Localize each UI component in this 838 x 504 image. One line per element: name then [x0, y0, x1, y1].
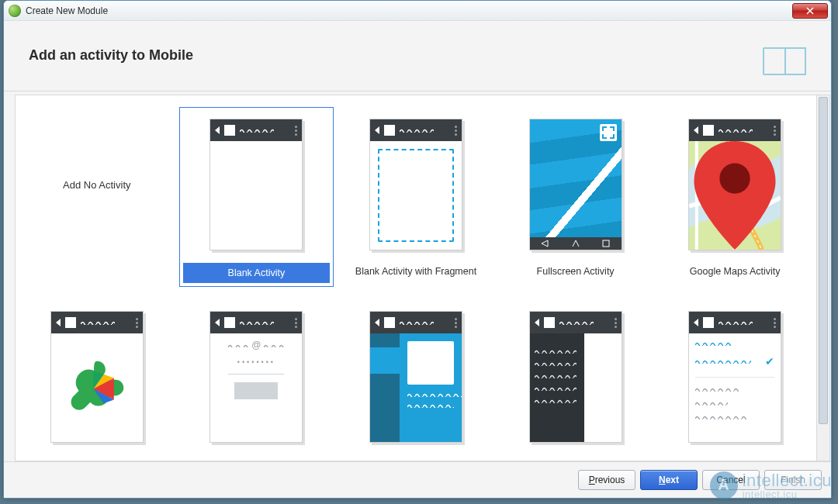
svg-rect-12 [559, 320, 594, 325]
mock-password-field: •••••••• [237, 358, 275, 366]
activity-label: Google Maps Activity [690, 263, 781, 280]
back-chevron-icon [375, 319, 379, 326]
mock-navbar [530, 237, 622, 250]
svg-rect-10 [407, 392, 462, 397]
titlebar: Create New Module [4, 1, 831, 21]
close-button[interactable] [792, 3, 828, 19]
mock-app-icon [224, 125, 235, 136]
mock-body-login: @ •••••••• [210, 333, 302, 442]
overflow-menu-icon [774, 318, 776, 328]
add-no-activity-text: Add No Activity [63, 179, 130, 191]
window-title: Create New Module [26, 5, 108, 16]
mock-app-icon [703, 317, 714, 328]
mock-body-fragment [370, 141, 462, 250]
back-chevron-icon [375, 126, 379, 134]
expand-icon [600, 124, 617, 141]
mock-body-blank [210, 141, 302, 250]
svg-rect-9 [400, 320, 434, 325]
back-chevron-icon [215, 319, 220, 326]
overflow-menu-icon [295, 318, 297, 328]
activity-thumbnail: @ •••••••• [194, 303, 318, 450]
overflow-menu-icon [455, 126, 457, 136]
next-button[interactable]: Next [640, 470, 698, 490]
mock-device [369, 311, 462, 443]
activity-tile-map[interactable]: Google Maps Activity [658, 108, 812, 286]
activity-tile-masterdetail[interactable] [339, 300, 493, 461]
svg-rect-23 [695, 415, 746, 419]
svg-rect-17 [535, 399, 577, 403]
activity-thumbnail [354, 303, 478, 450]
android-studio-icon [9, 5, 21, 17]
back-chevron-icon [694, 319, 698, 326]
mock-appbar [370, 312, 462, 333]
mock-appbar [51, 312, 143, 333]
svg-rect-22 [695, 401, 728, 406]
mock-app-icon [224, 317, 235, 328]
activity-tile-fragment[interactable]: Blank Activity with Fragment [339, 108, 493, 286]
overflow-menu-icon [136, 318, 138, 328]
mock-body-settings: ✔ [689, 333, 781, 442]
activity-tile-login[interactable]: @ •••••••• [180, 300, 334, 461]
activity-gallery: Add No Activity Blank Activity Blank Act… [15, 95, 817, 461]
mock-email-field: @ [228, 340, 284, 350]
mock-setting-row [695, 341, 774, 346]
vertical-scrollbar[interactable] [817, 95, 830, 461]
check-icon: ✔ [765, 355, 774, 368]
back-chevron-icon [535, 319, 539, 326]
svg-rect-21 [695, 387, 740, 392]
mock-body-masterdetail [370, 333, 462, 442]
activity-tile-drawer[interactable] [499, 300, 653, 461]
svg-rect-15 [535, 374, 577, 378]
mock-body-drawer [530, 333, 622, 442]
activity-thumbnail [354, 111, 478, 258]
mock-device [529, 311, 622, 443]
activity-tile-play[interactable] [20, 300, 174, 461]
mock-setting-row [695, 387, 774, 392]
activity-label: Blank Activity with Fragment [355, 263, 476, 280]
svg-rect-6 [240, 320, 274, 325]
mock-device: @ •••••••• [210, 311, 303, 443]
close-icon [806, 7, 814, 15]
activity-thumbnail: ✔ [673, 303, 797, 450]
mock-device [529, 119, 622, 250]
mock-device [50, 311, 144, 443]
activity-thumbnail [514, 111, 638, 258]
overflow-menu-icon [774, 126, 776, 136]
svg-rect-13 [535, 349, 577, 354]
mock-signin-button [234, 382, 278, 399]
dialog-window: Create New Module Add an activity to Mob… [3, 0, 832, 499]
svg-rect-2 [603, 240, 609, 247]
mock-nav-drawer [530, 333, 584, 442]
mock-appbar [210, 312, 302, 333]
svg-rect-1 [400, 128, 434, 133]
activity-tile-blank[interactable]: Blank Activity [180, 108, 334, 286]
nav-back-icon [541, 240, 549, 247]
svg-rect-7 [228, 343, 248, 347]
mock-selected-row [370, 347, 400, 374]
mock-title-squiggle [400, 128, 450, 133]
previous-button[interactable]: Previous [578, 470, 635, 490]
activity-tile-settings[interactable]: ✔ [658, 300, 812, 461]
mock-app-icon [65, 317, 76, 328]
mock-app-icon [384, 125, 395, 136]
mock-device [688, 119, 781, 250]
mock-appbar [210, 119, 302, 141]
fragment-outline [378, 149, 454, 242]
mock-detail-card [407, 341, 454, 385]
mock-body-map [689, 141, 781, 250]
activity-thumbnail [514, 303, 638, 450]
finish-button: Finish [764, 470, 822, 490]
content-area: Add No Activity Blank Activity Blank Act… [4, 91, 831, 461]
cancel-button[interactable]: Cancel [702, 470, 760, 490]
activity-tile-none[interactable]: Add No Activity [20, 108, 174, 286]
activity-label: Blank Activity [183, 263, 331, 283]
wizard-header: Add an activity to Mobile [4, 21, 831, 91]
svg-rect-19 [695, 341, 731, 346]
overflow-menu-icon [615, 318, 617, 328]
mock-title-squiggle [240, 320, 290, 325]
mock-appbar [689, 312, 781, 333]
activity-thumbnail [673, 111, 797, 258]
mock-appbar [370, 119, 462, 141]
activity-tile-fullscreen[interactable]: Fullscreen Activity [499, 108, 653, 286]
overflow-menu-icon [295, 126, 297, 136]
